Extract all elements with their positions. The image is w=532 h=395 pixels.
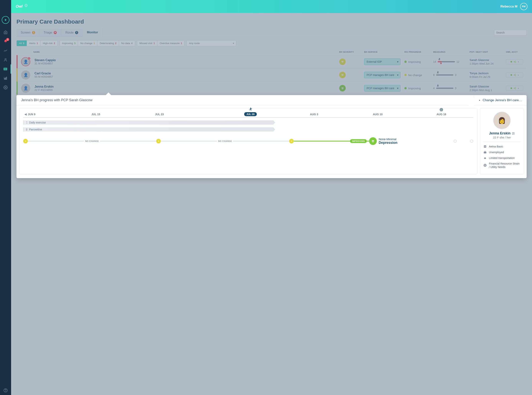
patient-info-item: Limited transportation <box>483 156 521 160</box>
svg-text:Owl: Owl <box>16 4 23 8</box>
activity-exercise: Daily exercise <box>23 121 473 125</box>
table-row[interactable]: 👤 1 Steven Cappio 31 M #2934857 External… <box>16 55 527 68</box>
tab-monitor[interactable]: Monitor <box>83 28 103 37</box>
nav-patients[interactable] <box>0 55 11 64</box>
search-input[interactable] <box>496 31 530 34</box>
search-box[interactable] <box>494 30 527 35</box>
tab-screen[interactable]: Screen1 <box>16 28 39 37</box>
bell-icon <box>440 62 442 66</box>
smiley-icon <box>156 139 161 143</box>
change-care-button[interactable]: Change Jenna's BH care… <box>474 95 527 105</box>
filter-nochange[interactable]: No change 1 <box>78 40 97 46</box>
patient-info-item: Unemployed <box>483 150 521 154</box>
svg-rect-6 <box>4 68 7 69</box>
nav-help[interactable] <box>0 386 11 395</box>
walking-icon <box>249 107 252 112</box>
smiley-icon <box>23 139 28 143</box>
alert-badge: 2 <box>6 38 9 41</box>
sidebar: 2 <box>0 0 11 395</box>
filter-deteriorating[interactable]: Deteriorating 2 <box>97 40 119 46</box>
walking-icon <box>438 58 441 61</box>
service-select[interactable]: PCP manages BH care <box>364 72 401 78</box>
patient-info-item: Aetna Basic <box>483 145 521 148</box>
target-icon <box>440 108 443 112</box>
rci-dot-icon <box>404 60 407 63</box>
caret-right-icon <box>478 99 481 101</box>
login-icon <box>513 87 516 90</box>
table-row[interactable]: 👤 Carl Gracie 55 M #2934857 PCP manages … <box>16 68 527 82</box>
filter-overdue[interactable]: Overdue measure 1 <box>157 40 184 46</box>
nav-reports[interactable] <box>0 74 11 83</box>
patient-name: Jenna Erskin <box>34 85 339 88</box>
bell-icon <box>54 31 57 34</box>
svg-point-52 <box>484 159 485 159</box>
car-icon <box>483 156 487 160</box>
svg-rect-51 <box>484 152 486 154</box>
svg-point-13 <box>5 391 6 391</box>
tab-triage[interactable]: Triage <box>39 28 61 37</box>
add-button[interactable] <box>2 16 9 24</box>
filter-improving[interactable]: Improving 3 <box>60 40 78 46</box>
pill-icon <box>25 128 28 131</box>
severity-face-icon <box>339 85 346 92</box>
patient-name: Steven Cappio <box>34 59 339 62</box>
progress-track: NO CHANGE NO CHANGE IMPROVING <box>23 137 473 145</box>
nav-home[interactable] <box>0 27 11 37</box>
filter-highrisk[interactable]: High-risk 2 <box>40 40 58 46</box>
expand-icon[interactable] <box>512 132 515 135</box>
nav-analytics[interactable] <box>0 46 11 55</box>
patient-card: 👩 Jenna Erskin 22 F she / her Aetna Basi… <box>480 108 524 174</box>
timeline: ◀ JUN 9 JUL 15 JUL 23 JUL 28 AUG 3 AUG 1… <box>19 108 477 174</box>
detail-title: Jenna's BH progress with PCP Sarah Glasc… <box>16 95 474 105</box>
owl-account-menu[interactable] <box>506 86 523 91</box>
filter-alerts[interactable]: Alerts 1 <box>27 40 40 46</box>
nav-dashboard[interactable] <box>0 64 11 74</box>
avatar: 👤 <box>21 70 30 80</box>
app-logo: Owl <box>16 4 33 9</box>
tab-route[interactable]: Route1 <box>61 28 83 37</box>
login-icon <box>513 74 516 76</box>
user-name: Rebecca M <box>500 5 517 8</box>
svg-point-20 <box>342 61 342 62</box>
table-header: NAME BH SEVERITY BH SERVICE RCI PROGRESS… <box>16 49 527 55</box>
svg-point-16 <box>26 5 26 5</box>
service-select[interactable]: External IOP <box>364 59 401 65</box>
filter-missed[interactable]: Missed visit 1 <box>137 40 157 46</box>
severity-face-icon <box>339 72 346 78</box>
svg-text:$: $ <box>484 164 486 166</box>
route-select[interactable]: Any route <box>186 40 236 46</box>
filter-nodata[interactable]: No data 4 <box>119 40 135 46</box>
login-icon <box>513 60 516 63</box>
filter-all[interactable]: All 3 <box>17 40 27 46</box>
avatar: 👤 <box>21 84 30 93</box>
owl-account-menu[interactable] <box>506 59 523 64</box>
timeline-prev[interactable]: ◀ <box>23 112 28 116</box>
status-dot-icon <box>510 61 512 62</box>
nav-alerts[interactable]: 2 <box>0 37 11 46</box>
svg-point-34 <box>441 110 442 110</box>
owl-account-menu[interactable] <box>506 72 523 77</box>
rci-dot-icon <box>404 74 407 76</box>
user-avatar[interactable]: RM <box>520 3 527 10</box>
service-select[interactable]: PCP manages BH care <box>364 85 401 92</box>
tabs-row: Screen1 Triage Route1 Monitor <box>16 28 527 37</box>
status-dot-icon <box>510 74 512 76</box>
svg-point-11 <box>5 87 6 88</box>
patient-info-item: $Financial Resource Strain / Utility Nee… <box>483 162 521 169</box>
walking-icon <box>436 84 439 88</box>
svg-point-17 <box>26 5 27 5</box>
nav-settings[interactable] <box>0 83 11 92</box>
page-title: Primary Care Dashboard <box>16 18 527 25</box>
status-dot-icon <box>510 88 512 89</box>
svg-point-24 <box>342 74 342 75</box>
svg-point-53 <box>485 159 486 159</box>
smiley-icon <box>289 139 294 143</box>
patient-avatar: 👩 <box>493 112 510 129</box>
svg-rect-8 <box>5 78 5 80</box>
table-row[interactable]: 👤 Jenna Erskin 22 F #3224899 PCP manages… <box>16 82 527 95</box>
svg-point-35 <box>27 121 27 122</box>
svg-rect-7 <box>4 69 7 70</box>
smiley-icon <box>369 137 377 145</box>
svg-point-5 <box>5 59 6 60</box>
filters-row: All 3 Alerts 1 High-risk 2 Improving 3 N… <box>16 37 527 49</box>
